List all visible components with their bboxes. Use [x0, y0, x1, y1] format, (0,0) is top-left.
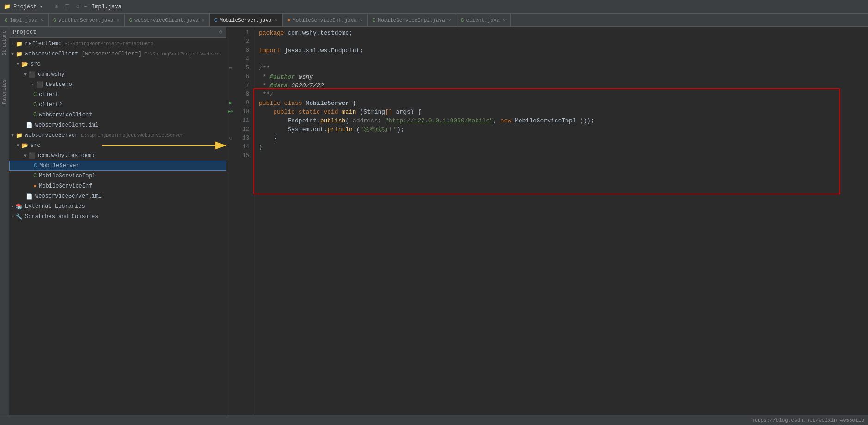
tree-item-external-libs[interactable]: ▸ 📚 External Libraries	[9, 201, 226, 212]
tree-item-webserviceserver-module[interactable]: ▼ 📁 webserviceServer E:\SpringBootProjec…	[9, 130, 226, 140]
label-webserviceserver-module: webserviceServer	[25, 132, 78, 139]
tab-icon-webserviceclient: G	[129, 18, 133, 23]
settings2-icon[interactable]: ⚙	[76, 3, 79, 10]
editor-area: ⊖ ▶ ▶⊖ ⊖ 1 2 3 4 5 6 7 8	[226, 27, 868, 415]
tab-label-mobileserviceinf: MobileServiceInf.java	[293, 18, 357, 23]
tree-item-mobileserver[interactable]: C MobileServer	[9, 161, 226, 171]
tree-item-reflectdemo[interactable]: ▸ 📁 reflectDemo E:\SpringBootProject\ref…	[9, 39, 226, 49]
iml-icon1: 📄	[26, 122, 33, 129]
tree-item-webserviceclent-iml[interactable]: 📄 webserviceClent.iml	[9, 120, 226, 130]
tab-mobileserviceimpl[interactable]: G MobileServiceImpl.java ✕	[368, 14, 456, 26]
tab-impl[interactable]: G Impl.java ✕	[0, 14, 49, 26]
tree-item-comwshy[interactable]: ▼ ⬛ com.wshy	[9, 69, 226, 79]
code-line-1: package com.wshy.testdemo;	[259, 29, 868, 37]
arrow-comwshy-testdemo: ▼	[24, 153, 27, 158]
tab-close-impl[interactable]: ✕	[41, 18, 43, 23]
tree-item-testdemo[interactable]: ▸ ⬛ testdemo	[9, 79, 226, 90]
settings-icon[interactable]: ⚙	[55, 3, 58, 10]
tab-close-weatherserver[interactable]: ✕	[117, 18, 120, 23]
arrow-external-libs: ▸	[11, 204, 14, 209]
tree-item-mobileserviceinf[interactable]: ● MobileServiceInf	[9, 181, 226, 191]
tab-icon-weatherserver: G	[53, 18, 56, 23]
label-src1: src	[31, 61, 41, 67]
code-line-8: **/	[259, 90, 868, 99]
package-icon-testdemo: ⬛	[36, 81, 43, 88]
line-numbers: 1 2 3 4 5 6 7 8 9 10 11 12 13 14 15	[235, 27, 253, 415]
code-line-10: public static void main (String[] args) …	[259, 108, 868, 116]
label-testdemo: testdemo	[45, 81, 72, 88]
label-iml1: webserviceClent.iml	[35, 122, 98, 128]
code-line-3: import javax.xml.ws.Endpoint;	[259, 46, 868, 55]
code-line-14: }	[259, 143, 868, 152]
code-line-13: }	[259, 134, 868, 143]
structure-label[interactable]: Structure	[1, 29, 8, 57]
label-src2: src	[31, 142, 41, 149]
tab-mobileserver[interactable]: G MobileServer.java ✕	[210, 14, 283, 26]
tab-label-impl: Impl.java	[10, 18, 37, 23]
tab-bar: G Impl.java ✕ G WeatherServer.java ✕ G w…	[0, 14, 868, 27]
label-iml2: webserviceServer.iml	[35, 193, 102, 200]
tab-close-mobileserviceinf[interactable]: ✕	[360, 18, 363, 23]
tree-item-webserviceserver-iml[interactable]: 📄 webserviceServer.iml	[9, 191, 226, 201]
label-mobileserver: MobileServer	[39, 163, 79, 169]
tree-item-src1[interactable]: ▼ 📂 src	[9, 59, 226, 69]
java-icon-mobileserver: C	[34, 163, 37, 169]
path-webserviceclient: E:\SpringBootProject\webserv	[144, 52, 222, 57]
tab-label-webserviceclient: webserviceClient.java	[134, 18, 199, 23]
tab-close-client[interactable]: ✕	[503, 18, 506, 23]
folder-icon-src2: 📂	[21, 142, 28, 149]
arrow-webserviceserver: ▼	[11, 133, 14, 138]
scratches-icon: 🔧	[16, 213, 23, 220]
label-webserviceclient-class: webserviceClient	[39, 112, 92, 118]
java-icon-mobileserviceimpl: C	[33, 173, 37, 179]
tree-item-comwshy-testdemo[interactable]: ▼ ⬛ com.wshy.testdemo	[9, 151, 226, 161]
arrow-scratches: ▸	[11, 214, 14, 219]
project-header: Project ⚙	[9, 27, 226, 38]
code-line-9: public class MobileServer {	[259, 99, 868, 108]
arrow-reflectdemo: ▸	[11, 41, 14, 47]
tab-client[interactable]: G client.java ✕	[456, 14, 511, 26]
tab-icon-mobileserver: G	[214, 18, 218, 23]
tree-item-webserviceclient-module[interactable]: ▼ 📁 webserviceClient [webserviceClient] …	[9, 49, 226, 59]
tree-item-scratches[interactable]: ▸ 🔧 Scratches and Consoles	[9, 212, 226, 222]
arrow-src1: ▼	[17, 62, 19, 67]
layout-icon[interactable]: ☰	[65, 3, 70, 10]
tree-item-src2[interactable]: ▼ 📂 src	[9, 140, 226, 151]
package-icon-comwshy-testdemo: ⬛	[29, 152, 36, 159]
main-area: Structure Favorites Project ⚙ ▸ 📁 reflec…	[0, 27, 868, 415]
project-label[interactable]: Project	[13, 4, 37, 10]
tab-close-mobileserviceimpl[interactable]: ✕	[448, 18, 451, 23]
tab-close-webserviceclient[interactable]: ✕	[202, 18, 205, 23]
package-icon-comwshy: ⬛	[29, 71, 36, 78]
tab-webserviceclient[interactable]: G webserviceClient.java ✕	[125, 14, 210, 26]
side-strip: Structure Favorites	[0, 27, 9, 415]
tab-close-mobileserver[interactable]: ✕	[275, 18, 278, 23]
dropdown-icon[interactable]: ▾	[39, 3, 43, 10]
code-content[interactable]: ⊖ ▶ ▶⊖ ⊖ 1 2 3 4 5 6 7 8	[226, 27, 868, 415]
tree-item-client2[interactable]: C client2	[9, 100, 226, 110]
path-reflectdemo: E:\SpringBootProject\reflectDemo	[64, 42, 153, 47]
panel-settings-icon[interactable]: ⚙	[219, 29, 222, 36]
label-mobileserviceimpl: MobileServiceImpl	[39, 173, 95, 179]
tab-label-weatherserver: WeatherServer.java	[59, 18, 114, 23]
path-webserviceserver: E:\SpringBootProject\webserviceServer	[81, 133, 183, 138]
tree-item-webserviceclient-class[interactable]: C webserviceClient	[9, 110, 226, 120]
tab-icon-impl: G	[5, 18, 8, 23]
arrow-comwshy: ▼	[24, 72, 27, 77]
tab-icon-mobileserviceinf: ●	[287, 18, 291, 23]
tree-item-client[interactable]: C client	[9, 90, 226, 100]
tree-item-mobileserviceimpl[interactable]: C MobileServiceImpl	[9, 171, 226, 181]
label-client2: client2	[39, 102, 62, 108]
project-tree[interactable]: ▸ 📁 reflectDemo E:\SpringBootProject\ref…	[9, 38, 226, 415]
tab-weatherserver[interactable]: G WeatherServer.java ✕	[49, 14, 124, 26]
tab-mobileserviceinf[interactable]: ● MobileServiceInf.java ✕	[283, 14, 368, 26]
title-bar: 📁 Project ▾ ⚙ ☰ ⚙ — Impl.java	[0, 0, 868, 14]
code-line-15	[259, 152, 868, 160]
module-icon-reflectdemo: 📁	[16, 41, 23, 48]
code-line-7: * @data 2020/7/22	[259, 81, 868, 90]
favorites-label[interactable]: Favorites	[1, 78, 8, 106]
code-line-5: /**	[259, 64, 868, 73]
code-area[interactable]: package com.wshy.testdemo; import javax.…	[253, 27, 868, 415]
arrow-webserviceclient: ▼	[11, 52, 14, 57]
code-line-11: Endpoint.publish( address: "http://127.0…	[259, 116, 868, 125]
